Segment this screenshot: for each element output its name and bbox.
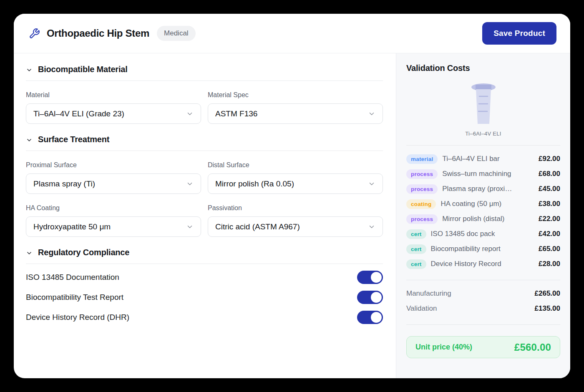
toggle-knob [371,272,382,283]
process-tag-badge: process [406,184,438,194]
wrench-icon [29,28,40,39]
proximal-surface-label: Proximal Surface [26,161,201,169]
cost-line-item: material Ti–6Al–4V ELI bar £92.00 [406,151,560,166]
cost-line-item: cert Device History Record £28.00 [406,256,560,271]
cost-item-name: ISO 13485 doc pack [431,230,534,238]
distal-surface-field: Distal Surface Mirror polish (Ra 0.05) [208,151,383,194]
distal-surface-select-value: Mirror polish (Ra 0.05) [215,179,294,188]
material-illustration: Ti–6Al–4V ELI [406,79,560,137]
chevron-down-icon [26,67,33,73]
unit-price-box: Unit price (40%) £560.00 [406,336,560,358]
chevron-down-icon [186,110,194,118]
distal-surface-label: Distal Surface [208,161,383,169]
page-title: Orthopaedic Hip Stem [47,28,149,39]
divider [406,324,560,325]
material-select-value: Ti–6Al–4V ELI (Grade 23) [33,109,124,118]
sidebar-title: Validation Costs [406,63,560,73]
manufacturing-total-row: Manufacturing £265.00 [406,286,560,301]
validation-total-row: Validation £135.00 [406,301,560,316]
process-tag-badge: process [406,214,438,224]
validation-costs-panel: Validation Costs Ti–6Al–4V ELI material … [396,53,570,378]
cost-line-item: process Mirror polish (distal) £22.00 [406,211,560,226]
distal-surface-select[interactable]: Mirror polish (Ra 0.05) [208,173,383,194]
section-regulatory-compliance[interactable]: Regulatory Compliance [26,248,383,257]
cost-item-name: Ti–6Al–4V ELI bar [442,155,534,163]
cost-line-item: cert Biocompatibility report £65.00 [406,241,560,256]
process-tag-badge: process [406,169,438,179]
ha-coating-field: HA Coating Hydroxyapatite 50 μm [26,194,201,237]
cost-item-price: £45.00 [539,185,560,193]
cost-item-price: £38.00 [539,200,560,208]
coating-tag-badge: coating [406,199,436,209]
ha-coating-select[interactable]: Hydroxyapatite 50 μm [26,216,201,237]
cost-item-name: Device History Record [431,260,534,268]
cost-line-item: cert ISO 13485 doc pack £42.00 [406,226,560,241]
divider [406,280,560,280]
cost-item-name: Plasma spray (proxi… [442,185,534,193]
section-surface-treatment[interactable]: Surface Treatment [26,135,383,144]
cost-line-item: process Swiss–turn machining £68.00 [406,166,560,181]
material-spec-label: Material Spec [208,91,383,99]
material-spec-select[interactable]: ASTM F136 [208,103,383,124]
material-tag-badge: material [406,154,438,164]
material-field: Material Ti–6Al–4V ELI (Grade 23) [26,81,201,124]
material-label: Material [26,91,201,99]
chevron-down-icon [186,180,194,188]
cost-item-price: £65.00 [539,245,560,253]
cost-line-item: process Plasma spray (proxi… £45.00 [406,181,560,196]
cost-item-name: HA coating (50 μm) [441,200,534,208]
cert-tag-badge: cert [406,259,426,269]
header: Orthopaedic Hip Stem Medical Save Produc… [14,14,570,53]
proximal-surface-field: Proximal Surface Plasma spray (Ti) [26,151,201,194]
cost-item-price: £28.00 [539,260,560,268]
chevron-down-icon [368,180,375,188]
proximal-surface-select[interactable]: Plasma spray (Ti) [26,173,201,194]
unit-price-label: Unit price (40%) [415,343,472,352]
chevron-down-icon [186,223,194,231]
chevron-down-icon [368,110,375,118]
cost-item-price: £68.00 [539,170,560,178]
total-label: Validation [406,304,437,313]
iso-13485-toggle[interactable] [357,271,383,284]
section-biocompatible-material[interactable]: Biocompatible Material [26,65,383,74]
cost-item-price: £22.00 [539,215,560,223]
toggle-row-iso-13485: ISO 13485 Documentation [26,271,383,284]
passivation-label: Passivation [208,204,383,212]
material-select[interactable]: Ti–6Al–4V ELI (Grade 23) [26,103,201,124]
form-panel: Biocompatible Material Material Ti–6Al–4… [14,53,396,378]
window-body: Biocompatible Material Material Ti–6Al–4… [14,53,570,378]
cert-tag-badge: cert [406,229,426,239]
unit-price-value: £560.00 [514,342,551,353]
product-config-window: Orthopaedic Hip Stem Medical Save Produc… [14,14,570,378]
illustration-caption: Ti–6Al–4V ELI [465,131,501,137]
toggle-label: Device History Record (DHR) [26,313,129,322]
toggle-knob [371,292,382,303]
total-label: Manufacturing [406,289,451,298]
chevron-down-icon [26,250,33,256]
passivation-select-value: Citric acid (ASTM A967) [215,222,300,231]
passivation-select[interactable]: Citric acid (ASTM A967) [208,216,383,237]
toggle-label: ISO 13485 Documentation [26,273,119,282]
save-product-button[interactable]: Save Product [482,22,556,45]
proximal-surface-select-value: Plasma spray (Ti) [33,179,95,188]
section-title: Regulatory Compliance [38,248,129,257]
cert-tag-badge: cert [406,244,426,254]
material-spec-field: Material Spec ASTM F136 [208,81,383,124]
toggle-label: Biocompatibility Test Report [26,293,123,302]
biocompatibility-toggle[interactable] [357,291,383,304]
category-badge: Medical [157,26,196,41]
total-value: £135.00 [535,304,560,313]
cost-item-name: Biocompatibility report [431,245,534,253]
dhr-toggle[interactable] [357,311,383,324]
ha-coating-label: HA Coating [26,204,201,212]
passivation-field: Passivation Citric acid (ASTM A967) [208,194,383,237]
cost-line-item: coating HA coating (50 μm) £38.00 [406,196,560,211]
cost-item-price: £92.00 [539,155,560,163]
material-spec-select-value: ASTM F136 [215,109,257,118]
chevron-down-icon [26,137,33,143]
toggle-knob [371,312,382,323]
chevron-down-icon [368,223,375,231]
cost-item-name: Swiss–turn machining [442,170,534,178]
section-title: Surface Treatment [38,135,109,144]
divider [26,264,383,264]
